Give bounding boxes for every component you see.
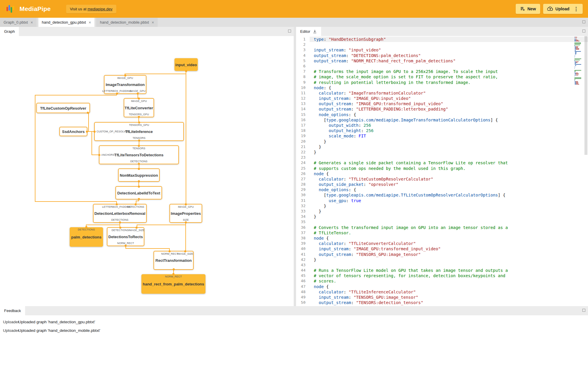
line-number: 29 bbox=[296, 187, 310, 192]
graph-node-TfLiteTensorsToDetections[interactable]: TfLiteTensorsToDetectionsTENSORSDETECTIO… bbox=[99, 145, 179, 164]
code-area[interactable]: type: "HandDetectionSubgraph"input_strea… bbox=[310, 36, 588, 306]
graph-node-palm_detections[interactable]: palm_detectionsDETECTIONS bbox=[70, 227, 103, 247]
code-line[interactable]: output_stream: "NORM_RECT:hand_rect_from… bbox=[310, 58, 588, 64]
code-editor[interactable]: 1234567891011121314151617181920212223242… bbox=[296, 36, 588, 306]
code-line[interactable]: output_width: 256 bbox=[310, 123, 588, 128]
tab-close-icon[interactable]: × bbox=[30, 20, 33, 25]
graph-canvas[interactable]: input_videoImageTransformationIMAGE_GPUL… bbox=[0, 36, 294, 306]
maximize-feedback-icon[interactable] bbox=[582, 309, 585, 312]
code-line[interactable]: # TfLiteTensor. bbox=[310, 230, 588, 236]
graph-node-DetectionLabelIdToText[interactable]: DetectionLabelIdToText bbox=[115, 186, 162, 199]
code-line[interactable]: output_stream: "TENSORS_GPU:image_tensor… bbox=[310, 252, 588, 257]
code-line[interactable]: output_stream: "LETTERBOX_PADDING:letter… bbox=[310, 106, 588, 112]
maximize-graph-icon[interactable] bbox=[288, 30, 291, 33]
code-line[interactable]: calculator: "TfLiteInferenceCalculator" bbox=[310, 289, 588, 295]
code-line[interactable]: use_gpu: true bbox=[310, 198, 588, 203]
graph-node-DetectionLetterboxRemoval[interactable]: DetectionLetterboxRemovalLETTERBOX_PADDI… bbox=[93, 204, 147, 223]
graph-node-input_video[interactable]: input_video bbox=[174, 58, 198, 71]
file-tab[interactable]: hand_detection_mobile.pbtxt× bbox=[96, 18, 157, 27]
code-line[interactable]: calculator: "TfLiteCustomOpResolverCalcu… bbox=[310, 176, 588, 182]
code-line[interactable]: # resulting in potential letterboxing in… bbox=[310, 80, 588, 85]
mediapipe-dev-link[interactable]: mediapipe.dev bbox=[87, 7, 112, 11]
graph-node-ImageProperties[interactable]: ImagePropertiesIMAGE_GPUSIZE bbox=[169, 204, 202, 223]
code-line[interactable]: # image, the scale_mode option is set to… bbox=[310, 74, 588, 79]
port-label: LETTERBOX_PADDING bbox=[102, 90, 132, 92]
code-line[interactable]: output_height: 256 bbox=[310, 128, 588, 133]
code-line[interactable]: # scores. bbox=[310, 278, 588, 284]
code-line[interactable]: type: "HandDetectionSubgraph" bbox=[310, 37, 588, 42]
code-token: "ImageTransformationCalculator" bbox=[349, 91, 426, 95]
code-line[interactable]: # Transforms the input image on GPU to a… bbox=[310, 69, 588, 74]
tab-close-icon[interactable]: × bbox=[89, 20, 91, 25]
graph-node-hand_rect_from_palm_detections[interactable]: hand_rect_from_palm_detectionsNORM_RECT bbox=[141, 274, 205, 294]
code-line[interactable]: output_side_packet: "opresolver" bbox=[310, 182, 588, 187]
code-line[interactable]: } bbox=[310, 257, 588, 262]
tab-close-icon[interactable]: × bbox=[152, 20, 154, 25]
code-line[interactable] bbox=[310, 155, 588, 160]
code-line[interactable]: scale_mode: FIT bbox=[310, 133, 588, 139]
code-line[interactable]: node_options: { bbox=[310, 112, 588, 117]
graph-tab[interactable]: Graph bbox=[0, 27, 19, 36]
graph-node-TfLiteConverter[interactable]: TfLiteConverterIMAGE_GPUTENSORS_GPU bbox=[124, 98, 154, 117]
code-line[interactable]: calculator: "TfLiteConverterCalculator" bbox=[310, 241, 588, 246]
code-line[interactable]: } bbox=[310, 214, 588, 219]
graph-node-SsdAnchors[interactable]: SsdAnchors bbox=[59, 127, 87, 136]
code-line[interactable]: node { bbox=[310, 236, 588, 241]
upload-button[interactable]: Upload ⋮ bbox=[543, 4, 583, 14]
scrollbar-thumb[interactable] bbox=[584, 36, 587, 155]
code-line[interactable] bbox=[310, 64, 588, 69]
code-line[interactable]: } bbox=[310, 144, 588, 150]
code-line[interactable]: input_stream: "IMAGE_GPU:transformed_inp… bbox=[310, 246, 588, 251]
graph-node-ImageTransformation[interactable]: ImageTransformationIMAGE_GPULETTERBOX_PA… bbox=[104, 75, 146, 94]
code-line[interactable]: output_stream: "DETECTIONS:palm_detectio… bbox=[310, 53, 588, 58]
file-tab[interactable]: hand_detection_gpu.pbtxt× bbox=[38, 18, 95, 27]
code-line[interactable]: # vector of tensors representing, for in… bbox=[310, 273, 588, 278]
code-line[interactable] bbox=[310, 219, 588, 225]
editor-tab[interactable]: Editor bbox=[296, 27, 321, 36]
port-label: DETECTIONS bbox=[127, 205, 144, 208]
maximize-editor-icon[interactable] bbox=[582, 30, 585, 33]
code-line[interactable]: calculator: "ImageTransformationCalculat… bbox=[310, 90, 588, 96]
new-button[interactable]: New bbox=[516, 4, 540, 14]
code-line[interactable]: node { bbox=[310, 171, 588, 176]
code-line[interactable] bbox=[310, 42, 588, 47]
code-token: } bbox=[314, 214, 316, 219]
more-menu-icon[interactable]: ⋮ bbox=[574, 7, 579, 12]
code-line[interactable]: input_stream: "TENSORS_GPU:image_tensor" bbox=[310, 295, 588, 300]
code-line[interactable]: # Runs a TensorFlow Lite model on GPU th… bbox=[310, 268, 588, 273]
minimap[interactable] bbox=[574, 37, 583, 85]
code-token bbox=[324, 284, 326, 289]
feedback-tab[interactable]: Feedback bbox=[0, 306, 25, 315]
code-line[interactable]: output_stream: "TENSORS:detection_tensor… bbox=[310, 300, 588, 305]
graph-node-TfLiteInference[interactable]: TfLiteInferenceTENSORS_GPUTENSORSCUSTOM_… bbox=[94, 122, 184, 141]
code-line[interactable]: } bbox=[310, 150, 588, 155]
code-line[interactable]: [type.googleapis.com/mediapipe.TfLiteCus… bbox=[310, 192, 588, 198]
layout-restore-icon[interactable] bbox=[582, 20, 585, 23]
code-line[interactable]: } bbox=[310, 139, 588, 144]
code-line[interactable]: # Converts the transformed input image o… bbox=[310, 225, 588, 230]
graph-node-RectTransformation[interactable]: RectTransformationNORM_RECTIMAGE_SIZE bbox=[153, 251, 194, 270]
code-token: # resulting in potential letterboxing in… bbox=[314, 80, 471, 85]
code-line[interactable]: [type.googleapis.com/mediapipe.ImageTran… bbox=[310, 117, 588, 123]
code-line[interactable]: node_options: { bbox=[310, 187, 588, 192]
line-number: 22 bbox=[296, 150, 310, 155]
panel-divider[interactable] bbox=[294, 27, 296, 306]
graph-node-NonMaxSuppression[interactable]: NonMaxSuppression bbox=[118, 168, 160, 182]
code-line[interactable]: input_stream: "IMAGE_GPU:input_video" bbox=[310, 96, 588, 101]
code-line[interactable]: # Generates a single side packet contain… bbox=[310, 160, 588, 165]
graph-node-DetectionsToRects[interactable]: DetectionsToRectsDETECTIONSIMAGE_SIZENOR… bbox=[107, 227, 144, 246]
code-line[interactable] bbox=[310, 262, 588, 268]
download-icon[interactable] bbox=[313, 29, 317, 34]
code-line[interactable]: node { bbox=[310, 284, 588, 289]
editor-scrollbar[interactable] bbox=[584, 36, 588, 306]
graph-node-TfLiteCustomOpResolver[interactable]: TfLiteCustomOpResolver bbox=[36, 103, 90, 113]
port-label: DETECTIONS bbox=[111, 218, 128, 221]
code-line[interactable]: } bbox=[310, 203, 588, 209]
file-tab[interactable]: Graph_0.pbtxt× bbox=[0, 18, 37, 27]
code-line[interactable]: node: { bbox=[310, 85, 588, 90]
visit-badge[interactable]: Visit us at mediapipe.dev bbox=[66, 5, 116, 13]
code-line[interactable]: } bbox=[310, 209, 588, 214]
code-line[interactable]: output_stream: "IMAGE_GPU:transformed_in… bbox=[310, 101, 588, 106]
code-line[interactable]: input_stream: "input_video" bbox=[310, 47, 588, 53]
code-line[interactable]: # supports custom ops needed by the mode… bbox=[310, 166, 588, 171]
